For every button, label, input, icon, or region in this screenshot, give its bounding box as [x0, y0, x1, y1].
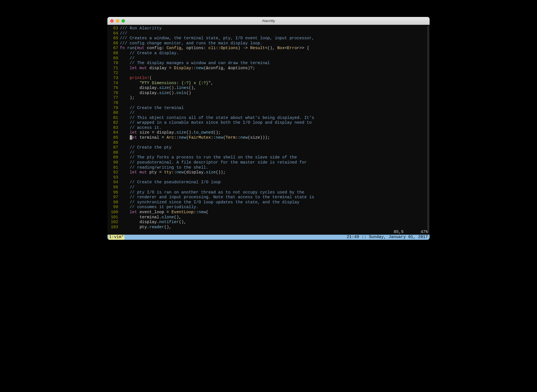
line-number: 76	[109, 91, 120, 96]
code-line[interactable]: 77 );	[109, 95, 428, 101]
code-content: println!(	[120, 76, 428, 81]
line-number: 75	[109, 86, 120, 91]
line-number: 83	[109, 125, 120, 130]
line-number: 70	[109, 61, 120, 66]
line-number: 86	[109, 140, 120, 145]
scroll-percent: 47%	[421, 230, 428, 235]
code-content: // pty I/O is ran on another thread as t…	[120, 190, 428, 195]
code-content: let size = display.size().to_owned();	[120, 130, 428, 135]
line-number: 84	[109, 130, 120, 135]
minimize-icon[interactable]	[116, 19, 119, 23]
line-number: 101	[109, 215, 120, 220]
code-line[interactable]: 73 println!(	[109, 76, 428, 81]
terminal-window: Alacritty 63/// Run Alacritty64///65/// …	[107, 17, 430, 240]
tmux-session: 1:vim*	[109, 235, 124, 240]
code-line[interactable]: 76 display.size().cols()	[109, 91, 428, 96]
code-line[interactable]: 67fn run(mut config: Config, options: cl…	[109, 46, 428, 51]
code-line[interactable]: 89 // The pty forks a process to run the…	[109, 155, 428, 160]
scrollbar[interactable]	[427, 26, 429, 232]
line-number: 87	[109, 145, 120, 150]
code-line[interactable]: 101 terminal.clone(),	[109, 215, 428, 220]
code-content: display.notifier(),	[120, 220, 428, 225]
line-number: 97	[109, 195, 120, 200]
code-line[interactable]: 85 let terminal = Arc::new(FairMutex::ne…	[109, 135, 428, 140]
window-title: Alacritty	[107, 19, 430, 23]
code-line[interactable]: 95 //	[109, 185, 428, 190]
line-number: 65	[109, 36, 120, 41]
code-content: // consumes it periodically.	[120, 205, 428, 210]
code-content: // Create a display.	[120, 51, 428, 56]
code-line[interactable]: 79 // Create the terminal	[109, 106, 428, 111]
code-line[interactable]: 86	[109, 140, 428, 145]
code-content: // wrapped in a clonable mutex since bot…	[120, 120, 428, 125]
code-line[interactable]: 91 // reading/writing to the shell.	[109, 165, 428, 170]
terminal-body[interactable]: 63/// Run Alacritty64///65/// Creates a …	[107, 25, 430, 240]
code-line[interactable]: 69 //	[109, 56, 428, 61]
code-line[interactable]: 102 display.notifier(),	[109, 220, 428, 225]
code-content: // Create the terminal	[120, 106, 428, 111]
line-number: 74	[109, 81, 120, 86]
line-number: 72	[109, 71, 120, 76]
code-area[interactable]: 63/// Run Alacritty64///65/// Creates a …	[107, 26, 430, 230]
code-line[interactable]: 74 "PTY Dimensions: {:?} x {:?}",	[109, 81, 428, 86]
code-line[interactable]: 93	[109, 175, 428, 180]
code-line[interactable]: 103 pty.reader(),	[109, 225, 428, 230]
code-line[interactable]: 100 let event_loop = EventLoop::new(	[109, 210, 428, 215]
code-content: ///	[120, 31, 428, 36]
code-content: display.size().cols()	[120, 91, 428, 96]
code-line[interactable]: 80 //	[109, 110, 428, 116]
code-line[interactable]: 65/// Creates a window, the terminal sta…	[109, 36, 428, 41]
code-line[interactable]: 70 // The display manages a window and c…	[109, 61, 428, 66]
titlebar[interactable]: Alacritty	[107, 17, 430, 25]
code-line[interactable]: 64///	[109, 31, 428, 36]
line-number: 96	[109, 190, 120, 195]
code-line[interactable]: 84 let size = display.size().to_owned();	[109, 130, 428, 135]
line-number: 94	[109, 180, 120, 185]
line-number: 81	[109, 116, 120, 121]
code-content: "PTY Dimensions: {:?} x {:?}",	[120, 81, 428, 86]
code-line[interactable]: 87 // Create the pty	[109, 145, 428, 150]
line-number: 73	[109, 76, 120, 81]
code-line[interactable]: 97 // renderer and input processing. Not…	[109, 195, 428, 200]
close-icon[interactable]	[110, 19, 114, 23]
code-content: let event_loop = EventLoop::new(	[120, 210, 428, 215]
line-number: 100	[109, 210, 120, 215]
code-line[interactable]: 94 // Create the pseudoterminal I/O loop	[109, 180, 428, 185]
code-content: /// config change monitor, and runs the …	[120, 41, 428, 46]
code-content: fn run(mut config: Config, options: cli:…	[120, 46, 428, 51]
code-line[interactable]: 90 // pseudoterminal. A file descriptor …	[109, 160, 428, 165]
code-content: //	[120, 185, 428, 190]
code-line[interactable]: 75 display.size().lines(),	[109, 86, 428, 91]
zoom-icon[interactable]	[122, 19, 125, 23]
code-content	[120, 175, 428, 180]
code-content: //	[120, 110, 428, 116]
line-number: 102	[109, 220, 120, 225]
code-line[interactable]: 63/// Run Alacritty	[109, 26, 428, 31]
code-line[interactable]: 78	[109, 101, 428, 106]
code-line[interactable]: 88 //	[109, 150, 428, 155]
code-content: terminal.clone(),	[120, 215, 428, 220]
line-number: 68	[109, 51, 120, 56]
code-content: // synchronized since the I/O loop updat…	[120, 200, 428, 205]
code-content: // Create the pseudoterminal I/O loop	[120, 180, 428, 185]
code-content: let mut pty = tty::new(display.size());	[120, 170, 428, 175]
line-number: 63	[109, 26, 120, 31]
line-number: 99	[109, 205, 120, 210]
code-line[interactable]: 66/// config change monitor, and runs th…	[109, 41, 428, 46]
code-line[interactable]: 71 let mut display = Display::new(&confi…	[109, 66, 428, 71]
code-line[interactable]: 72	[109, 71, 428, 76]
code-line[interactable]: 81 // This object contains all of the st…	[109, 116, 428, 121]
line-number: 64	[109, 31, 120, 36]
code-content: //	[120, 56, 428, 61]
code-content: display.size().lines(),	[120, 86, 428, 91]
code-line[interactable]: 96 // pty I/O is ran on another thread a…	[109, 190, 428, 195]
traffic-lights	[110, 19, 125, 23]
code-line[interactable]: 92 let mut pty = tty::new(display.size()…	[109, 170, 428, 175]
code-line[interactable]: 83 // access it.	[109, 125, 428, 130]
code-line[interactable]: 99 // consumes it periodically.	[109, 205, 428, 210]
code-line[interactable]: 98 // synchronized since the I/O loop up…	[109, 200, 428, 205]
line-number: 89	[109, 155, 120, 160]
code-line[interactable]: 68 // Create a display.	[109, 51, 428, 56]
code-line[interactable]: 82 // wrapped in a clonable mutex since …	[109, 120, 428, 125]
code-content: let terminal = Arc::new(FairMutex::new(T…	[120, 135, 428, 140]
